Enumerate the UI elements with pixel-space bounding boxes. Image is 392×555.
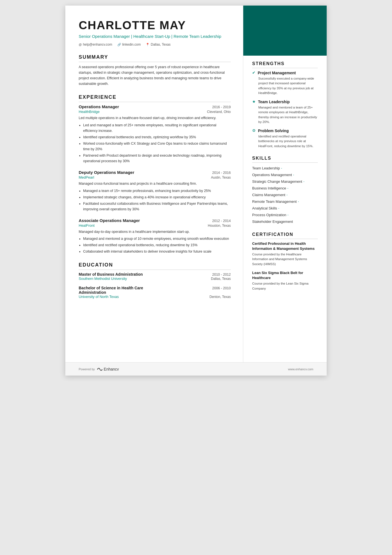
strength-item-2: ★ Team Leadership Managed and mentored a… [252,99,318,124]
skill-item: Operations Management· [252,172,318,178]
edu-location-1: Dallas, Texas [211,277,231,281]
skill-item: Stakeholder Engagement [252,218,318,225]
job-location-2: Austin, Texas [211,176,231,179]
strength-item-1: ✔ Project Management Successfully execut… [252,70,318,95]
checkmark-icon: ✔ [252,70,255,75]
skill-item: Business Intelligence· [252,185,318,192]
cert-item-1: Certified Professional in Health Informa… [252,241,318,267]
job-bullets-3: Managed and mentored a group of 10 remot… [79,236,231,254]
job-bullets-2: Managed a team of 15+ remote professiona… [79,188,231,212]
edu-school-1: Southern Methodist University [79,277,127,281]
job-company-row-1: HealthBridge Cleveland, Ohio [79,110,231,114]
header: CHARLOTTE MAY Senior Operations Manager … [79,19,231,46]
job-entry-2: Deputy Operations Manager 2014 - 2016 Me… [79,170,231,212]
bullet-item: Identified and rectified operational bot… [83,242,231,248]
strengths-title: STRENGTHS [252,61,318,68]
job-location-3: Houston, Texas [208,224,231,228]
education-section: EDUCATION Master of Business Administrat… [79,262,231,299]
skill-item: Claims Management· [252,192,318,198]
strength-title-3: Problem Solving [258,129,289,133]
job-title-1: Operations Manager [79,104,119,109]
job-company-2: MedPearl [79,175,94,179]
candidate-name: CHARLOTTE MAY [79,19,231,32]
linkedin-icon: 🔗 [117,43,121,46]
cert-item-2: Lean Six Sigma Black Belt for Healthcare… [252,270,318,291]
skills-title: SKILLS [252,156,318,163]
job-dates-1: 2016 - 2019 [212,105,231,109]
strength-item-3: ⚙ Problem Solving Identified and rectifi… [252,128,318,149]
cert-desc-1: Course provided by the Healthcare Inform… [252,252,318,267]
star-icon: ★ [252,99,256,104]
strength-header-1: ✔ Project Management [252,70,318,75]
job-entry-1: Operations Manager 2016 - 2019 HealthBri… [79,104,231,164]
job-header-3: Associate Operations Manager 2012 - 2014 [79,218,231,223]
strength-title-2: Team Leadership [258,100,290,104]
skill-item: Analytical Skills· [252,205,318,212]
job-desc-3: Managed day-to-day operations in a healt… [79,229,231,235]
gear-icon: ⚙ [252,128,256,133]
edu-degree-1: Master of Business Administration [79,272,143,277]
job-dates-2: 2014 - 2016 [212,171,231,175]
logo-text: Enhancv [104,367,119,371]
job-desc-2: Managed cross-functional teams and proje… [79,181,231,186]
skill-item: Strategic Change Management· [252,178,318,185]
job-header-1: Operations Manager 2016 - 2019 [79,104,231,109]
bullet-item: Worked cross-functionally with CX Strate… [83,141,231,152]
linkedin-contact: 🔗 linkedin.com [117,43,141,46]
location-value: Dallas, Texas [151,43,170,46]
bullet-item: Identified operational bottlenecks and t… [83,134,231,140]
job-location-1: Cleveland, Ohio [207,110,231,114]
job-entry-3: Associate Operations Manager 2012 - 2014… [79,218,231,255]
education-title: EDUCATION [79,262,231,270]
footer-left: Powered by Enhancv [79,367,119,371]
job-company-1: HealthBridge [79,110,100,114]
edu-location-2: Denton, Texas [210,295,231,299]
edu-school-2: University of North Texas [79,295,119,299]
strength-desc-3: Identified and rectified operational bot… [252,134,318,149]
bullet-item: Led and managed a team of 25+ remote emp… [83,122,231,134]
logo-icon [97,367,103,371]
strength-desc-1: Successfully executed a company-wide pro… [252,76,318,95]
certification-title: CERTIFICATION [252,232,318,239]
edu-school-row-1: Southern Methodist University Dallas, Te… [79,277,231,281]
bullet-item: Facilitated successful collaborations wi… [83,201,231,212]
experience-section: EXPERIENCE Operations Manager 2016 - 201… [79,94,231,254]
cert-title-1: Certified Professional in Health Informa… [252,241,318,251]
svg-point-1 [102,369,103,370]
strength-header-3: ⚙ Problem Solving [252,128,318,133]
summary-text: A seasoned operations professional offer… [79,64,231,87]
strength-header-2: ★ Team Leadership [252,99,318,104]
bullet-item: Collaborated with internal stakeholders … [83,249,231,254]
cert-desc-2: Course provided by the Lean Six Sigma Co… [252,281,318,291]
skill-item: Team Leadership· [252,165,318,172]
edu-dates-2: 2006 - 2010 [212,286,231,290]
summary-section: SUMMARY A seasoned operations profession… [79,54,231,87]
skill-item: Remote Team Management· [252,198,318,205]
edu-school-row-2: University of North Texas Denton, Texas [79,295,231,299]
job-desc-1: Led multiple operations in a healthcare-… [79,115,231,121]
edu-entry-2: Bachelor of Science in Health Care Admin… [79,286,231,299]
svg-point-0 [97,369,98,369]
candidate-title: Senior Operations Manager | Healthcare S… [79,33,231,39]
strength-title-1: Project Management [258,71,296,75]
job-title-2: Deputy Operations Manager [79,170,134,175]
bullet-item: Managed a team of 15+ remote professiona… [83,188,231,194]
job-company-3: HealFront [79,223,95,228]
job-bullets-1: Led and managed a team of 25+ remote emp… [79,122,231,164]
summary-title: SUMMARY [79,54,231,62]
job-dates-3: 2012 - 2014 [212,219,231,223]
footer-website: www.enhancv.com [288,367,313,371]
edu-entry-1: Master of Business Administration 2010 -… [79,272,231,281]
job-header-2: Deputy Operations Manager 2014 - 2016 [79,170,231,175]
footer: Powered by Enhancv www.enhancv.com [65,362,327,376]
bullet-item: Implemented strategic changes, driving a… [83,194,231,200]
certification-section: CERTIFICATION Certified Professional in … [252,232,318,291]
job-title-3: Associate Operations Manager [79,218,140,223]
email-icon: @ [79,43,82,46]
email-contact: @ help@enhancv.com [79,43,112,46]
contact-info: @ help@enhancv.com 🔗 linkedin.com 📍 Dall… [79,43,231,46]
bullet-item: Partnered with Product department to des… [83,153,231,164]
location-contact: 📍 Dallas, Texas [146,43,170,46]
enhancv-logo: Enhancv [97,367,119,371]
location-icon: 📍 [146,43,150,46]
